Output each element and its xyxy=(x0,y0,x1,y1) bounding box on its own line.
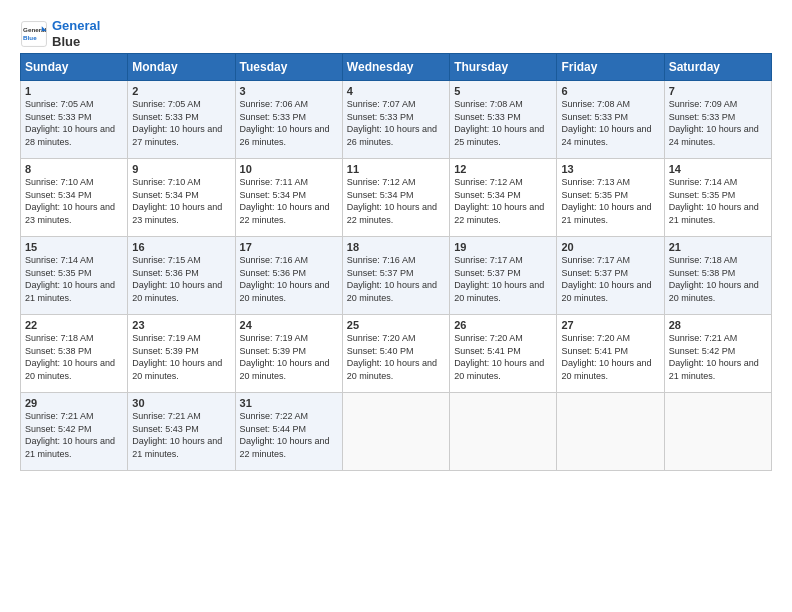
calendar-cell: 10 Sunrise: 7:11 AMSunset: 5:34 PMDaylig… xyxy=(235,159,342,237)
day-info: Sunrise: 7:22 AMSunset: 5:44 PMDaylight:… xyxy=(240,411,330,459)
day-number: 9 xyxy=(132,163,230,175)
calendar-cell: 31 Sunrise: 7:22 AMSunset: 5:44 PMDaylig… xyxy=(235,393,342,471)
header-wednesday: Wednesday xyxy=(342,54,449,81)
day-info: Sunrise: 7:21 AMSunset: 5:42 PMDaylight:… xyxy=(669,333,759,381)
calendar-cell: 19 Sunrise: 7:17 AMSunset: 5:37 PMDaylig… xyxy=(450,237,557,315)
calendar-cell: 11 Sunrise: 7:12 AMSunset: 5:34 PMDaylig… xyxy=(342,159,449,237)
header-thursday: Thursday xyxy=(450,54,557,81)
day-info: Sunrise: 7:16 AMSunset: 5:36 PMDaylight:… xyxy=(240,255,330,303)
header-saturday: Saturday xyxy=(664,54,771,81)
calendar-cell: 21 Sunrise: 7:18 AMSunset: 5:38 PMDaylig… xyxy=(664,237,771,315)
day-info: Sunrise: 7:09 AMSunset: 5:33 PMDaylight:… xyxy=(669,99,759,147)
day-number: 24 xyxy=(240,319,338,331)
day-number: 23 xyxy=(132,319,230,331)
header-friday: Friday xyxy=(557,54,664,81)
calendar-week-row: 15 Sunrise: 7:14 AMSunset: 5:35 PMDaylig… xyxy=(21,237,772,315)
day-number: 27 xyxy=(561,319,659,331)
day-number: 11 xyxy=(347,163,445,175)
day-info: Sunrise: 7:13 AMSunset: 5:35 PMDaylight:… xyxy=(561,177,651,225)
day-info: Sunrise: 7:20 AMSunset: 5:40 PMDaylight:… xyxy=(347,333,437,381)
calendar-cell: 16 Sunrise: 7:15 AMSunset: 5:36 PMDaylig… xyxy=(128,237,235,315)
day-info: Sunrise: 7:19 AMSunset: 5:39 PMDaylight:… xyxy=(132,333,222,381)
day-info: Sunrise: 7:11 AMSunset: 5:34 PMDaylight:… xyxy=(240,177,330,225)
day-number: 25 xyxy=(347,319,445,331)
day-info: Sunrise: 7:12 AMSunset: 5:34 PMDaylight:… xyxy=(347,177,437,225)
calendar-week-row: 29 Sunrise: 7:21 AMSunset: 5:42 PMDaylig… xyxy=(21,393,772,471)
day-info: Sunrise: 7:19 AMSunset: 5:39 PMDaylight:… xyxy=(240,333,330,381)
calendar-week-row: 1 Sunrise: 7:05 AMSunset: 5:33 PMDayligh… xyxy=(21,81,772,159)
day-info: Sunrise: 7:16 AMSunset: 5:37 PMDaylight:… xyxy=(347,255,437,303)
day-number: 4 xyxy=(347,85,445,97)
day-number: 6 xyxy=(561,85,659,97)
calendar-cell: 18 Sunrise: 7:16 AMSunset: 5:37 PMDaylig… xyxy=(342,237,449,315)
day-info: Sunrise: 7:07 AMSunset: 5:33 PMDaylight:… xyxy=(347,99,437,147)
day-number: 28 xyxy=(669,319,767,331)
day-number: 2 xyxy=(132,85,230,97)
calendar-cell: 28 Sunrise: 7:21 AMSunset: 5:42 PMDaylig… xyxy=(664,315,771,393)
calendar-cell: 29 Sunrise: 7:21 AMSunset: 5:42 PMDaylig… xyxy=(21,393,128,471)
calendar-cell: 15 Sunrise: 7:14 AMSunset: 5:35 PMDaylig… xyxy=(21,237,128,315)
calendar-cell: 7 Sunrise: 7:09 AMSunset: 5:33 PMDayligh… xyxy=(664,81,771,159)
calendar-cell xyxy=(450,393,557,471)
calendar-cell: 23 Sunrise: 7:19 AMSunset: 5:39 PMDaylig… xyxy=(128,315,235,393)
calendar-cell: 5 Sunrise: 7:08 AMSunset: 5:33 PMDayligh… xyxy=(450,81,557,159)
header-sunday: Sunday xyxy=(21,54,128,81)
calendar-cell: 30 Sunrise: 7:21 AMSunset: 5:43 PMDaylig… xyxy=(128,393,235,471)
main-container: General Blue General Blue Sunday Monday … xyxy=(0,0,792,481)
day-number: 21 xyxy=(669,241,767,253)
calendar-cell: 26 Sunrise: 7:20 AMSunset: 5:41 PMDaylig… xyxy=(450,315,557,393)
day-info: Sunrise: 7:12 AMSunset: 5:34 PMDaylight:… xyxy=(454,177,544,225)
calendar-cell: 6 Sunrise: 7:08 AMSunset: 5:33 PMDayligh… xyxy=(557,81,664,159)
calendar-cell: 20 Sunrise: 7:17 AMSunset: 5:37 PMDaylig… xyxy=(557,237,664,315)
calendar-cell: 14 Sunrise: 7:14 AMSunset: 5:35 PMDaylig… xyxy=(664,159,771,237)
calendar-table: Sunday Monday Tuesday Wednesday Thursday… xyxy=(20,53,772,471)
header-tuesday: Tuesday xyxy=(235,54,342,81)
logo: General Blue General Blue xyxy=(20,18,100,49)
day-number: 19 xyxy=(454,241,552,253)
day-number: 13 xyxy=(561,163,659,175)
calendar-cell: 17 Sunrise: 7:16 AMSunset: 5:36 PMDaylig… xyxy=(235,237,342,315)
day-number: 12 xyxy=(454,163,552,175)
day-number: 1 xyxy=(25,85,123,97)
day-number: 18 xyxy=(347,241,445,253)
day-info: Sunrise: 7:21 AMSunset: 5:42 PMDaylight:… xyxy=(25,411,115,459)
calendar-cell: 4 Sunrise: 7:07 AMSunset: 5:33 PMDayligh… xyxy=(342,81,449,159)
calendar-cell xyxy=(557,393,664,471)
day-info: Sunrise: 7:20 AMSunset: 5:41 PMDaylight:… xyxy=(561,333,651,381)
calendar-cell xyxy=(342,393,449,471)
day-info: Sunrise: 7:10 AMSunset: 5:34 PMDaylight:… xyxy=(132,177,222,225)
day-number: 15 xyxy=(25,241,123,253)
day-number: 30 xyxy=(132,397,230,409)
day-number: 3 xyxy=(240,85,338,97)
day-info: Sunrise: 7:06 AMSunset: 5:33 PMDaylight:… xyxy=(240,99,330,147)
day-info: Sunrise: 7:15 AMSunset: 5:36 PMDaylight:… xyxy=(132,255,222,303)
calendar-week-row: 8 Sunrise: 7:10 AMSunset: 5:34 PMDayligh… xyxy=(21,159,772,237)
day-info: Sunrise: 7:20 AMSunset: 5:41 PMDaylight:… xyxy=(454,333,544,381)
day-info: Sunrise: 7:17 AMSunset: 5:37 PMDaylight:… xyxy=(561,255,651,303)
calendar-cell: 25 Sunrise: 7:20 AMSunset: 5:40 PMDaylig… xyxy=(342,315,449,393)
day-info: Sunrise: 7:05 AMSunset: 5:33 PMDaylight:… xyxy=(25,99,115,147)
calendar-cell: 24 Sunrise: 7:19 AMSunset: 5:39 PMDaylig… xyxy=(235,315,342,393)
day-info: Sunrise: 7:08 AMSunset: 5:33 PMDaylight:… xyxy=(454,99,544,147)
day-info: Sunrise: 7:18 AMSunset: 5:38 PMDaylight:… xyxy=(669,255,759,303)
day-info: Sunrise: 7:10 AMSunset: 5:34 PMDaylight:… xyxy=(25,177,115,225)
day-info: Sunrise: 7:14 AMSunset: 5:35 PMDaylight:… xyxy=(25,255,115,303)
calendar-cell: 3 Sunrise: 7:06 AMSunset: 5:33 PMDayligh… xyxy=(235,81,342,159)
day-info: Sunrise: 7:21 AMSunset: 5:43 PMDaylight:… xyxy=(132,411,222,459)
day-info: Sunrise: 7:18 AMSunset: 5:38 PMDaylight:… xyxy=(25,333,115,381)
logo-subtext: Blue xyxy=(52,34,80,49)
calendar-cell: 12 Sunrise: 7:12 AMSunset: 5:34 PMDaylig… xyxy=(450,159,557,237)
day-number: 14 xyxy=(669,163,767,175)
day-info: Sunrise: 7:17 AMSunset: 5:37 PMDaylight:… xyxy=(454,255,544,303)
calendar-cell: 13 Sunrise: 7:13 AMSunset: 5:35 PMDaylig… xyxy=(557,159,664,237)
logo-text: General xyxy=(52,18,100,33)
day-number: 31 xyxy=(240,397,338,409)
calendar-cell xyxy=(664,393,771,471)
calendar-cell: 9 Sunrise: 7:10 AMSunset: 5:34 PMDayligh… xyxy=(128,159,235,237)
weekday-header-row: Sunday Monday Tuesday Wednesday Thursday… xyxy=(21,54,772,81)
day-number: 8 xyxy=(25,163,123,175)
header-monday: Monday xyxy=(128,54,235,81)
calendar-week-row: 22 Sunrise: 7:18 AMSunset: 5:38 PMDaylig… xyxy=(21,315,772,393)
day-info: Sunrise: 7:05 AMSunset: 5:33 PMDaylight:… xyxy=(132,99,222,147)
calendar-cell: 1 Sunrise: 7:05 AMSunset: 5:33 PMDayligh… xyxy=(21,81,128,159)
